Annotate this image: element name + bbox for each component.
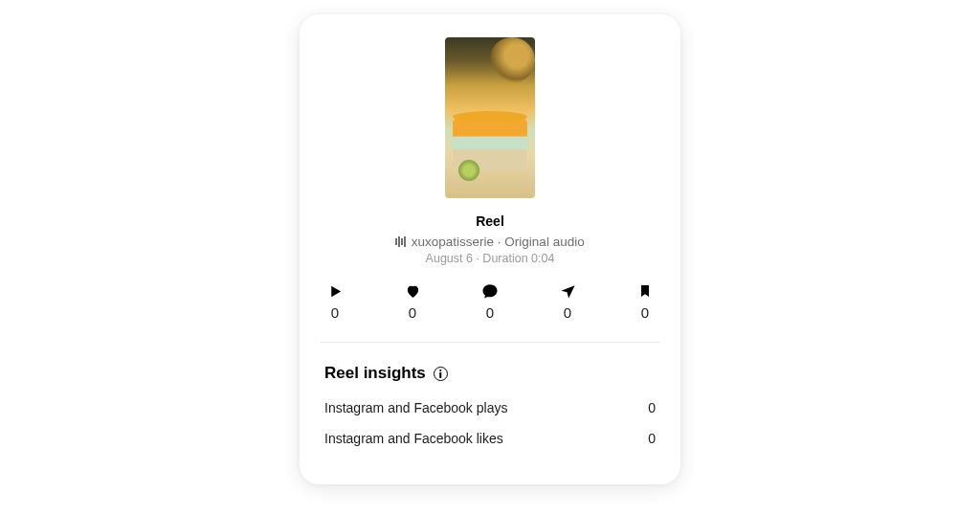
insight-row-likes: Instagram and Facebook likes 0 — [324, 431, 656, 446]
insight-value: 0 — [648, 431, 656, 446]
stat-likes: 0 — [404, 282, 421, 321]
thumbnail-decoration — [453, 118, 527, 170]
share-icon — [559, 282, 576, 300]
reel-thumbnail[interactable] — [445, 37, 535, 198]
reel-title: Reel — [476, 213, 504, 229]
stat-shares: 0 — [559, 282, 576, 321]
insights-header: Reel insights — [324, 364, 656, 383]
stat-shares-value: 0 — [564, 304, 571, 321]
stat-plays: 0 — [326, 282, 344, 321]
stat-saves-value: 0 — [641, 304, 649, 321]
audio-waveform-icon — [395, 236, 406, 248]
stat-likes-value: 0 — [409, 304, 416, 321]
comment-icon — [481, 282, 499, 300]
insight-label: Instagram and Facebook plays — [324, 400, 507, 415]
insight-label: Instagram and Facebook likes — [324, 431, 503, 446]
heart-icon — [404, 282, 421, 300]
stats-row: 0 0 0 0 0 — [300, 282, 680, 321]
info-icon[interactable] — [434, 367, 448, 381]
bookmark-icon — [636, 282, 654, 300]
play-icon — [326, 282, 344, 300]
reel-audio-text: xuxopatisserie · Original audio — [412, 235, 585, 249]
insight-value: 0 — [648, 400, 656, 415]
insights-section: Reel insights Instagram and Facebook pla… — [300, 343, 680, 465]
stat-plays-value: 0 — [331, 304, 339, 321]
insight-row-plays: Instagram and Facebook plays 0 — [324, 400, 656, 415]
reel-meta: August 6 · Duration 0:04 — [426, 252, 555, 265]
stat-comments-value: 0 — [486, 304, 494, 321]
reel-insights-card: Reel xuxopatisserie · Original audio Aug… — [300, 14, 680, 484]
stat-comments: 0 — [481, 282, 499, 321]
insights-title: Reel insights — [324, 364, 426, 383]
stat-saves: 0 — [636, 282, 654, 321]
reel-audio-row[interactable]: xuxopatisserie · Original audio — [395, 235, 584, 249]
